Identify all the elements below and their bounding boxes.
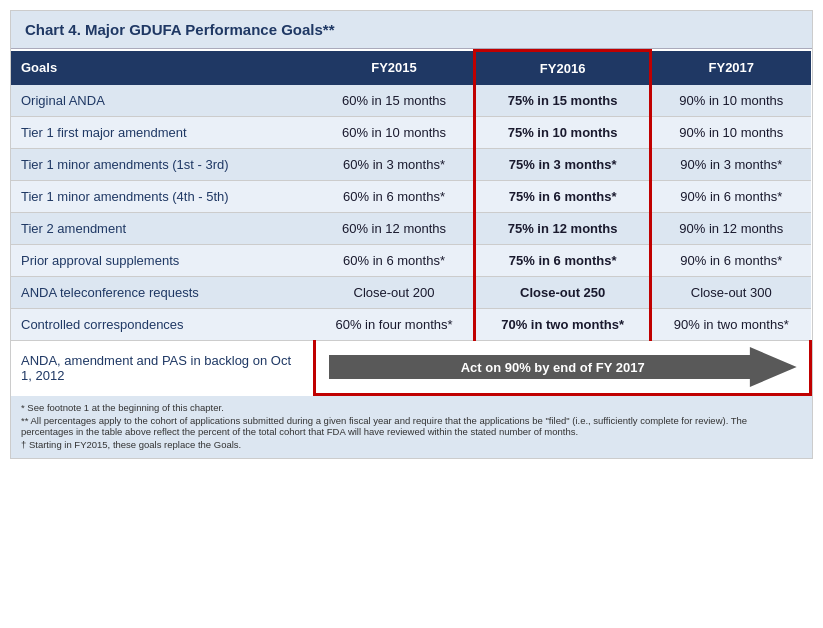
backlog-row: ANDA, amendment and PAS in backlog on Oc…: [11, 341, 811, 395]
fy2016-cell: 75% in 10 months: [475, 117, 651, 149]
fy2015-cell: 60% in 6 months*: [315, 181, 475, 213]
goal-cell: Prior approval supplements: [11, 245, 315, 277]
col-header-goals: Goals: [11, 51, 315, 86]
backlog-arrow-cell: Act on 90% by end of FY 2017: [315, 341, 811, 395]
fy2017-cell: 90% in 6 months*: [651, 181, 811, 213]
chart-title: Chart 4. Major GDUFA Performance Goals**: [11, 11, 812, 49]
fy2016-cell: 75% in 6 months*: [475, 181, 651, 213]
goal-cell: Original ANDA: [11, 85, 315, 117]
goal-cell: Tier 2 amendment: [11, 213, 315, 245]
footnote-item: † Starting in FY2015, these goals replac…: [21, 439, 802, 450]
fy2015-cell: 60% in four months*: [315, 309, 475, 341]
fy2015-cell: 60% in 10 months: [315, 117, 475, 149]
fy2015-cell: Close-out 200: [315, 277, 475, 309]
col-header-fy2015: FY2015: [315, 51, 475, 86]
backlog-goal-cell: ANDA, amendment and PAS in backlog on Oc…: [11, 341, 315, 395]
fy2016-cell: 75% in 3 months*: [475, 149, 651, 181]
fy2016-cell: 70% in two months*: [475, 309, 651, 341]
fy2016-cell: 75% in 6 months*: [475, 245, 651, 277]
fy2016-cell: Close-out 250: [475, 277, 651, 309]
fy2017-cell: Close-out 300: [651, 277, 811, 309]
fy2015-cell: 60% in 12 months: [315, 213, 475, 245]
table-row: Prior approval supplements60% in 6 month…: [11, 245, 811, 277]
fy2017-cell: 90% in 10 months: [651, 85, 811, 117]
table-row: Controlled correspondences60% in four mo…: [11, 309, 811, 341]
fy2017-cell: 90% in 10 months: [651, 117, 811, 149]
fy2016-cell: 75% in 12 months: [475, 213, 651, 245]
goal-cell: Controlled correspondences: [11, 309, 315, 341]
goal-cell: Tier 1 minor amendments (1st - 3rd): [11, 149, 315, 181]
fy2015-cell: 60% in 6 months*: [315, 245, 475, 277]
fy2016-cell: 75% in 15 months: [475, 85, 651, 117]
col-header-fy2017: FY2017: [651, 51, 811, 86]
fy2015-cell: 60% in 15 months: [315, 85, 475, 117]
arrow-label: Act on 90% by end of FY 2017: [329, 360, 797, 375]
fy2017-cell: 90% in 12 months: [651, 213, 811, 245]
performance-table: Goals FY2015 FY2016 FY2017 Original ANDA…: [11, 49, 812, 396]
chart-container: Chart 4. Major GDUFA Performance Goals**…: [10, 10, 813, 459]
goal-cell: Tier 1 first major amendment: [11, 117, 315, 149]
table-row: Tier 2 amendment60% in 12 months75% in 1…: [11, 213, 811, 245]
table-row: Tier 1 minor amendments (4th - 5th)60% i…: [11, 181, 811, 213]
footnote-item: ** All percentages apply to the cohort o…: [21, 415, 802, 437]
arrow-shape: Act on 90% by end of FY 2017: [329, 347, 797, 387]
footnote-item: * See footnote 1 at the beginning of thi…: [21, 402, 802, 413]
table-row: Tier 1 first major amendment60% in 10 mo…: [11, 117, 811, 149]
col-header-fy2016: FY2016: [475, 51, 651, 86]
table-row: Tier 1 minor amendments (1st - 3rd)60% i…: [11, 149, 811, 181]
fy2017-cell: 90% in two months*: [651, 309, 811, 341]
fy2015-cell: 60% in 3 months*: [315, 149, 475, 181]
footnote-area: * See footnote 1 at the beginning of thi…: [11, 396, 812, 458]
fy2017-cell: 90% in 6 months*: [651, 245, 811, 277]
goal-cell: ANDA teleconference requests: [11, 277, 315, 309]
fy2017-cell: 90% in 3 months*: [651, 149, 811, 181]
table-row: Original ANDA60% in 15 months75% in 15 m…: [11, 85, 811, 117]
goal-cell: Tier 1 minor amendments (4th - 5th): [11, 181, 315, 213]
table-row: ANDA teleconference requestsClose-out 20…: [11, 277, 811, 309]
